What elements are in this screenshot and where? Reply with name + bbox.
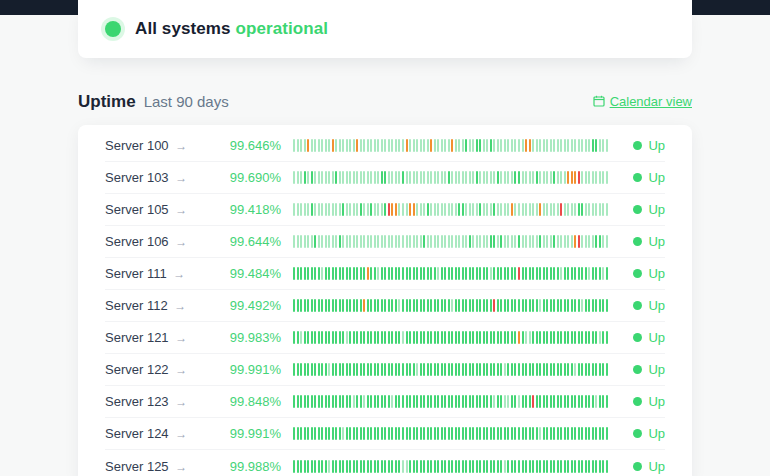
day-tick [441, 427, 443, 440]
server-link[interactable]: Server 123 → [105, 394, 223, 409]
status-label: Up [648, 298, 665, 313]
day-tick [536, 299, 538, 312]
day-tick [522, 299, 524, 312]
day-tick [574, 331, 576, 344]
day-tick [349, 331, 351, 344]
day-tick [409, 203, 411, 216]
day-tick [455, 331, 457, 344]
day-tick [451, 363, 453, 376]
day-tick [437, 395, 439, 408]
server-link[interactable]: Server 106 → [105, 234, 223, 249]
up-dot-icon [633, 301, 642, 310]
day-tick [363, 395, 365, 408]
day-tick [416, 139, 418, 152]
day-tick [500, 460, 502, 473]
day-tick [585, 139, 587, 152]
day-tick [304, 139, 306, 152]
server-link[interactable]: Server 112 → [105, 298, 223, 313]
day-tick [588, 267, 590, 280]
day-tick [458, 395, 460, 408]
server-link[interactable]: Server 103 → [105, 170, 223, 185]
day-tick [441, 395, 443, 408]
day-tick [384, 139, 386, 152]
day-tick [595, 139, 597, 152]
day-tick [311, 235, 313, 248]
day-tick [536, 460, 538, 473]
day-tick [388, 460, 390, 473]
day-tick [437, 363, 439, 376]
server-link[interactable]: Server 121 → [105, 330, 223, 345]
day-tick [342, 363, 344, 376]
day-tick [497, 460, 499, 473]
day-tick [391, 139, 393, 152]
server-link[interactable]: Server 100 → [105, 138, 223, 153]
day-tick [504, 267, 506, 280]
day-tick [588, 395, 590, 408]
day-tick [581, 460, 583, 473]
status-label: Up [648, 234, 665, 249]
day-tick [486, 139, 488, 152]
day-tick [592, 267, 594, 280]
server-link[interactable]: Server 111 → [105, 266, 223, 281]
day-tick [398, 235, 400, 248]
server-link[interactable]: Server 122 → [105, 362, 223, 377]
day-tick [546, 363, 548, 376]
server-link[interactable]: Server 105 → [105, 202, 223, 217]
day-tick [300, 235, 302, 248]
day-tick [490, 427, 492, 440]
day-tick [602, 460, 604, 473]
day-tick [356, 267, 358, 280]
day-tick [462, 299, 464, 312]
day-tick [377, 460, 379, 473]
day-tick [504, 460, 506, 473]
day-tick [374, 460, 376, 473]
day-tick [402, 395, 404, 408]
day-tick [546, 331, 548, 344]
day-tick [416, 460, 418, 473]
day-tick [441, 139, 443, 152]
day-tick [384, 267, 386, 280]
day-tick [472, 395, 474, 408]
arrow-icon: → [175, 427, 187, 441]
day-tick [360, 395, 362, 408]
day-tick [455, 460, 457, 473]
day-tick [360, 427, 362, 440]
day-tick [567, 235, 569, 248]
day-tick [360, 363, 362, 376]
calendar-view-link[interactable]: Calendar view [593, 94, 692, 109]
day-tick [550, 460, 552, 473]
day-tick [518, 460, 520, 473]
day-tick [444, 299, 446, 312]
day-tick [398, 203, 400, 216]
day-tick [588, 171, 590, 184]
day-tick [318, 235, 320, 248]
day-tick [413, 203, 415, 216]
day-tick [293, 299, 295, 312]
page-subtitle: Last 90 days [144, 93, 229, 110]
day-tick [458, 235, 460, 248]
day-tick [349, 139, 351, 152]
day-tick [437, 235, 439, 248]
day-tick [585, 267, 587, 280]
status-badge: Up [623, 234, 665, 249]
server-row: Server 125 → 99.988% Up [105, 450, 665, 476]
day-tick [560, 395, 562, 408]
day-tick [504, 395, 506, 408]
server-row: Server 105 → 99.418% Up [105, 194, 665, 226]
day-tick [391, 235, 393, 248]
server-link[interactable]: Server 125 → [105, 459, 223, 474]
uptime-percentage: 99.644% [223, 234, 281, 249]
day-tick [599, 235, 601, 248]
day-tick [311, 427, 313, 440]
day-tick [490, 267, 492, 280]
day-tick [522, 203, 524, 216]
day-tick [363, 331, 365, 344]
day-tick [398, 427, 400, 440]
day-tick [511, 203, 513, 216]
server-link[interactable]: Server 124 → [105, 426, 223, 441]
day-tick [455, 171, 457, 184]
day-tick [339, 235, 341, 248]
day-tick [546, 235, 548, 248]
day-tick [486, 171, 488, 184]
day-tick [486, 331, 488, 344]
